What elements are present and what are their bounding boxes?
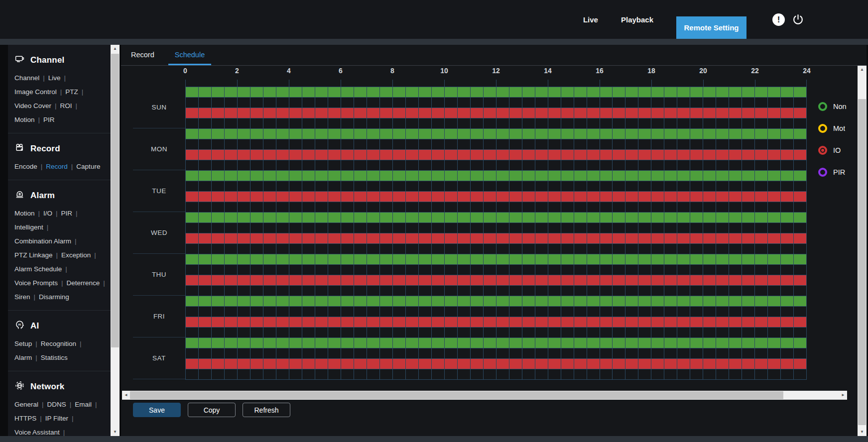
schedule-cell-sat-normal[interactable]: [754, 338, 767, 348]
schedule-cell-tue-io[interactable]: [263, 192, 276, 202]
schedule-cell-wed-io[interactable]: [224, 233, 237, 243]
schedule-cell-fri-io[interactable]: [587, 317, 600, 327]
schedule-cell-wed-io[interactable]: [418, 233, 431, 243]
sidebar-link-recognition[interactable]: Recognition: [41, 340, 76, 347]
schedule-cell-wed-io[interactable]: [392, 233, 405, 243]
schedule-cell-thu-io[interactable]: [302, 275, 315, 285]
schedule-cell-tue-normal[interactable]: [328, 171, 341, 181]
schedule-cell-thu-normal[interactable]: [405, 254, 418, 264]
schedule-cell-sun-io[interactable]: [509, 108, 522, 118]
schedule-cell-sat-normal[interactable]: [612, 338, 625, 348]
schedule-cell-sat-normal[interactable]: [224, 338, 237, 348]
schedule-cell-sat-normal[interactable]: [548, 338, 561, 348]
schedule-cell-fri-io[interactable]: [250, 317, 263, 327]
schedule-cell-sun-io[interactable]: [767, 108, 780, 118]
schedule-cell-wed-io[interactable]: [405, 233, 418, 243]
schedule-cell-wed-normal[interactable]: [767, 213, 780, 222]
schedule-cell-sat-normal[interactable]: [535, 338, 548, 348]
schedule-cell-fri-io[interactable]: [354, 317, 367, 327]
schedule-cell-mon-io[interactable]: [431, 150, 444, 160]
schedule-cell-sat-normal[interactable]: [587, 338, 600, 348]
schedule-cell-mon-io[interactable]: [729, 150, 742, 160]
schedule-cell-fri-normal[interactable]: [754, 296, 767, 306]
schedule-cell-sat-io[interactable]: [561, 359, 574, 369]
schedule-cell-thu-io[interactable]: [431, 275, 444, 285]
schedule-cell-wed-normal[interactable]: [754, 213, 767, 222]
schedule-cell-sat-io[interactable]: [211, 359, 224, 369]
schedule-cell-tue-io[interactable]: [742, 192, 754, 202]
schedule-cell-fri-normal[interactable]: [315, 296, 328, 306]
schedule-cell-sat-io[interactable]: [767, 359, 780, 369]
schedule-cell-fri-io[interactable]: [742, 317, 754, 327]
schedule-cell-thu-normal[interactable]: [276, 254, 289, 264]
schedule-cell-mon-normal[interactable]: [638, 129, 651, 139]
schedule-cell-fri-io[interactable]: [289, 317, 302, 327]
schedule-cell-mon-io[interactable]: [651, 150, 664, 160]
schedule-cell-sun-normal[interactable]: [328, 87, 341, 97]
sidebar-link-setup[interactable]: Setup: [14, 340, 32, 347]
schedule-cell-wed-io[interactable]: [522, 233, 535, 243]
schedule-cell-mon-normal[interactable]: [444, 129, 457, 139]
schedule-cell-fri-io[interactable]: [703, 317, 716, 327]
schedule-cell-fri-io[interactable]: [638, 317, 651, 327]
schedule-cell-thu-normal[interactable]: [431, 254, 444, 264]
schedule-cell-wed-normal[interactable]: [185, 213, 198, 222]
scroll-down-icon[interactable]: ▼: [111, 428, 120, 436]
schedule-cell-wed-normal[interactable]: [793, 213, 807, 222]
schedule-cell-fri-io[interactable]: [496, 317, 509, 327]
schedule-cell-tue-io[interactable]: [198, 192, 211, 202]
schedule-cell-thu-io[interactable]: [392, 275, 405, 285]
schedule-cell-fri-normal[interactable]: [354, 296, 367, 306]
schedule-cell-wed-io[interactable]: [289, 233, 302, 243]
schedule-cell-fri-normal[interactable]: [638, 296, 651, 306]
sidebar-scrollbar[interactable]: ▲ ▼: [111, 45, 120, 436]
schedule-cell-sun-io[interactable]: [496, 108, 509, 118]
schedule-cell-mon-io[interactable]: [276, 150, 289, 160]
schedule-cell-tue-io[interactable]: [535, 192, 548, 202]
nav-playback[interactable]: Playback: [621, 15, 653, 24]
schedule-cell-tue-normal[interactable]: [677, 171, 690, 181]
schedule-cell-fri-normal[interactable]: [522, 296, 535, 306]
tab-record[interactable]: Record: [124, 45, 161, 65]
schedule-cell-tue-io[interactable]: [638, 192, 651, 202]
schedule-cell-fri-normal[interactable]: [548, 296, 561, 306]
schedule-cell-fri-io[interactable]: [431, 317, 444, 327]
schedule-cell-mon-normal[interactable]: [354, 129, 367, 139]
schedule-cell-sat-normal[interactable]: [483, 338, 496, 348]
schedule-cell-sat-io[interactable]: [754, 359, 767, 369]
sidebar-link-voice-assistant[interactable]: Voice Assistant: [14, 429, 60, 436]
schedule-cell-fri-io[interactable]: [625, 317, 638, 327]
schedule-cell-fri-io[interactable]: [754, 317, 767, 327]
legend-item-io[interactable]: IO: [818, 146, 861, 155]
schedule-cell-thu-normal[interactable]: [677, 254, 690, 264]
schedule-cell-wed-normal[interactable]: [509, 213, 522, 222]
schedule-cell-sun-normal[interactable]: [457, 87, 470, 97]
schedule-cell-mon-normal[interactable]: [405, 129, 418, 139]
schedule-cell-sun-normal[interactable]: [574, 87, 587, 97]
schedule-cell-mon-normal[interactable]: [703, 129, 716, 139]
schedule-cell-mon-io[interactable]: [315, 150, 328, 160]
schedule-cell-sat-normal[interactable]: [276, 338, 289, 348]
schedule-cell-wed-io[interactable]: [780, 233, 793, 243]
schedule-cell-fri-normal[interactable]: [651, 296, 664, 306]
schedule-cell-fri-io[interactable]: [612, 317, 625, 327]
schedule-cell-fri-io[interactable]: [224, 317, 237, 327]
schedule-cell-fri-normal[interactable]: [703, 296, 716, 306]
schedule-cell-fri-normal[interactable]: [418, 296, 431, 306]
schedule-cell-tue-normal[interactable]: [587, 171, 600, 181]
schedule-cell-fri-io[interactable]: [302, 317, 315, 327]
schedule-cell-sun-io[interactable]: [431, 108, 444, 118]
sidebar-link-deterrence[interactable]: Deterrence: [67, 279, 100, 287]
schedule-cell-tue-io[interactable]: [405, 192, 418, 202]
schedule-cell-sat-io[interactable]: [198, 359, 211, 369]
schedule-cell-sat-io[interactable]: [354, 359, 367, 369]
schedule-cell-sun-io[interactable]: [703, 108, 716, 118]
schedule-cell-thu-normal[interactable]: [263, 254, 276, 264]
schedule-cell-wed-normal[interactable]: [276, 213, 289, 222]
schedule-cell-tue-normal[interactable]: [742, 171, 754, 181]
schedule-cell-fri-normal[interactable]: [483, 296, 496, 306]
schedule-cell-thu-normal[interactable]: [535, 254, 548, 264]
schedule-cell-fri-normal[interactable]: [574, 296, 587, 306]
schedule-cell-tue-io[interactable]: [548, 192, 561, 202]
schedule-cell-tue-io[interactable]: [729, 192, 742, 202]
